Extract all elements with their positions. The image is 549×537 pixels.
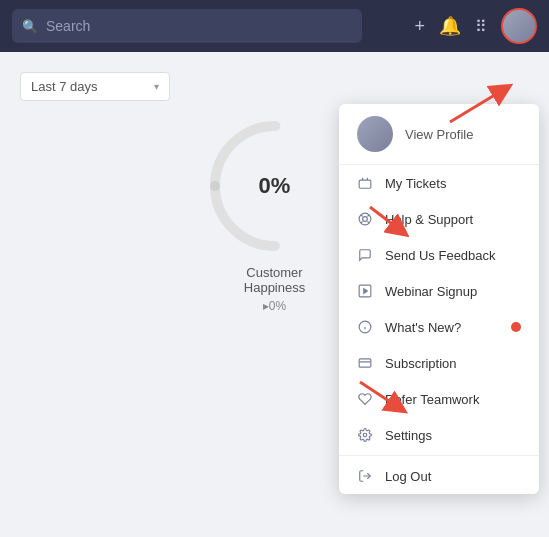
settings-label: Settings <box>385 428 521 443</box>
svg-point-4 <box>363 217 368 222</box>
feedback-label: Send Us Feedback <box>385 248 521 263</box>
new-notification-badge <box>511 322 521 332</box>
dropdown-item-webinar[interactable]: Webinar Signup <box>339 273 539 309</box>
search-input[interactable] <box>46 18 352 34</box>
main-content: Last 7 days ▾ 0% CustomerHappiness ▸0% <box>0 52 549 537</box>
card-icon <box>357 355 373 371</box>
dropdown-item-logout[interactable]: Log Out <box>339 458 539 494</box>
avatar-button[interactable] <box>501 8 537 44</box>
svg-rect-14 <box>359 359 371 367</box>
gauge-label-text: CustomerHappiness <box>244 265 305 295</box>
dropdown-item-subscription[interactable]: Subscription <box>339 345 539 381</box>
ticket-icon <box>357 175 373 191</box>
grid-icon: ⠿ <box>475 17 487 36</box>
gauge-circle: 0% <box>200 111 350 261</box>
gear-icon <box>357 427 373 443</box>
dropdown-item-help-support[interactable]: Help & Support <box>339 201 539 237</box>
chevron-down-icon: ▾ <box>154 81 159 92</box>
dropdown-item-feedback[interactable]: Send Us Feedback <box>339 237 539 273</box>
nav-icons: + 🔔 ⠿ <box>414 8 537 44</box>
subscription-label: Subscription <box>385 356 521 371</box>
menu-divider <box>339 455 539 456</box>
heart-icon <box>357 391 373 407</box>
refer-teamwork-label: Refer Teamwork <box>385 392 521 407</box>
view-profile-link[interactable]: View Profile <box>405 127 473 142</box>
gauge-center: 0% <box>259 173 291 199</box>
dropdown-menu: View Profile My Tickets He <box>339 104 539 494</box>
svg-line-7 <box>361 221 363 223</box>
date-filter-dropdown[interactable]: Last 7 days ▾ <box>20 72 170 101</box>
gauge-percent: 0% <box>259 173 291 199</box>
power-icon <box>357 468 373 484</box>
dropdown-item-my-tickets[interactable]: My Tickets <box>339 165 539 201</box>
dropdown-header: View Profile <box>339 104 539 165</box>
my-tickets-label: My Tickets <box>385 176 521 191</box>
top-nav: 🔍 + 🔔 ⠿ <box>0 0 549 52</box>
add-button[interactable]: + <box>414 16 425 37</box>
date-filter-label: Last 7 days <box>31 79 98 94</box>
feedback-icon <box>357 247 373 263</box>
svg-point-16 <box>363 433 367 437</box>
bell-icon: 🔔 <box>439 15 461 37</box>
lifebuoy-icon <box>357 211 373 227</box>
dropdown-item-whats-new[interactable]: What's New? <box>339 309 539 345</box>
dropdown-item-refer[interactable]: Refer Teamwork <box>339 381 539 417</box>
gauge-bottom-value: ▸0% <box>263 299 286 313</box>
play-icon <box>357 283 373 299</box>
grid-button[interactable]: ⠿ <box>475 17 487 36</box>
dropdown-avatar <box>357 116 393 152</box>
svg-line-5 <box>361 215 363 217</box>
avatar <box>503 10 535 42</box>
plus-icon: + <box>414 16 425 37</box>
search-container: 🔍 <box>12 9 362 43</box>
gauge-label: CustomerHappiness <box>244 265 305 295</box>
gauge-bottom: ▸0% <box>263 299 286 313</box>
svg-rect-2 <box>359 180 371 188</box>
info-icon <box>357 319 373 335</box>
help-support-label: Help & Support <box>385 212 521 227</box>
search-icon: 🔍 <box>22 19 38 34</box>
svg-line-8 <box>367 215 369 217</box>
svg-line-6 <box>367 221 369 223</box>
webinar-label: Webinar Signup <box>385 284 521 299</box>
whats-new-label: What's New? <box>385 320 499 335</box>
notifications-button[interactable]: 🔔 <box>439 15 461 37</box>
svg-marker-10 <box>364 289 368 294</box>
dropdown-item-settings[interactable]: Settings <box>339 417 539 453</box>
logout-label: Log Out <box>385 469 521 484</box>
